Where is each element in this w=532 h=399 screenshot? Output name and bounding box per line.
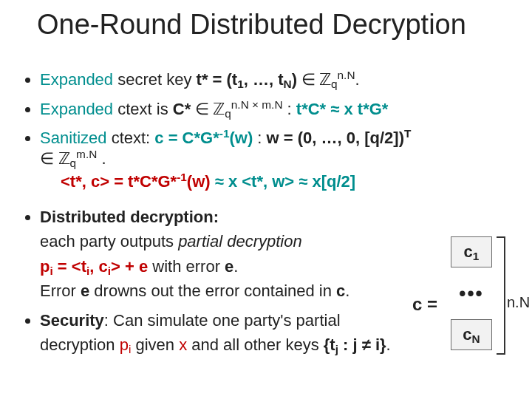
with-error: with error — [148, 257, 225, 276]
lead-word: Expanded — [40, 100, 113, 118]
in-symbol: ∈ — [297, 70, 319, 89]
sub-1: 1 — [237, 78, 244, 90]
p-i: pi — [120, 335, 132, 354]
dot: . — [97, 149, 106, 168]
relation: t*C* ≈ x t*G* — [296, 100, 389, 118]
w-def: w = (0, …, 0, [q/2])T — [267, 129, 412, 147]
eq-mid: = <t — [53, 257, 86, 276]
dot: . — [355, 70, 360, 89]
txt-i: partial decryption — [178, 232, 302, 250]
ip-sup: -1 — [177, 171, 187, 183]
in-symbol: ∈ — [40, 149, 58, 168]
derivation-line: <t*, c> = t*C*G*-1(w) ≈ x <t*, w> ≈ x[q/… — [61, 171, 429, 192]
text: secret key — [113, 70, 196, 89]
p: p — [120, 335, 129, 354]
x: x — [179, 335, 187, 354]
close-paren: ) — [292, 70, 297, 89]
err-c: c — [336, 282, 345, 300]
ring-z: ℤ — [58, 149, 70, 168]
ring-sub: q — [225, 106, 231, 119]
slide: One-Round Distributed Decryption Expande… — [0, 0, 532, 399]
sub-c: and all other keys — [187, 335, 324, 354]
ring-z: ℤ — [319, 70, 331, 89]
dd-title: Distributed decryption: — [40, 208, 219, 226]
ring-sup: n.N — [338, 69, 355, 81]
bullet-expanded-ctext: Expanded ctext is C* ∈ ℤqn.N × m.N : t*C… — [40, 99, 429, 120]
sub-b: given — [131, 335, 179, 354]
w-pre: w = (0, …, 0, [q/2]) — [267, 129, 404, 147]
ring-sup: n.N × m.N — [231, 98, 283, 110]
err-a: Error — [40, 282, 81, 300]
eq1-tail: (w) — [229, 129, 253, 147]
approx-chain: ≈ x <t*, w> ≈ x[q/2] — [211, 172, 356, 191]
inner-prod: <t*, c> = t*C*G*-1(w) — [61, 172, 211, 191]
bullet-sanitized: Sanitized ctext: c = C*G*-1(w) : w = (0,… — [40, 128, 429, 192]
ring-z: ℤ — [213, 100, 225, 118]
vector-diagram: c = c1 ••• cN n.N — [412, 236, 523, 384]
colon: : — [253, 129, 266, 147]
dot: . — [233, 257, 238, 276]
t-star: t* = (t — [197, 70, 238, 89]
sec-title: Security — [40, 311, 104, 330]
colon: : — [283, 100, 296, 118]
brace-right — [497, 236, 505, 355]
sec-sub: decryption pi given x and all other keys… — [40, 335, 429, 355]
w-sup: T — [404, 127, 411, 140]
eq1-sup: -1 — [219, 127, 230, 140]
err-dot: . — [345, 282, 349, 300]
c-equals-label: c = — [412, 294, 437, 315]
mid: , …, t — [244, 70, 284, 89]
slide-title: One-Round Distributed Decryption — [37, 9, 510, 41]
bullet-expanded-key: Expanded secret key t* = (t1, …, tN) ∈ ℤ… — [40, 69, 429, 90]
dd-sub1: each party outputs partial decryption — [40, 231, 429, 252]
ring-sup: m.N — [76, 147, 97, 160]
ip-a: <t*, c> = t*C*G* — [61, 172, 177, 191]
ip-tail: (w) — [187, 172, 211, 191]
text: ctext: — [107, 129, 155, 147]
c1-sub: 1 — [473, 250, 480, 262]
eq-mid2: , c — [89, 257, 107, 276]
err-e: e — [81, 282, 89, 300]
cN-sub: N — [472, 332, 480, 345]
bullet-security: Security: Can simulate one party's parti… — [40, 310, 429, 355]
sub-n: N — [284, 78, 292, 90]
lead-word: Expanded — [40, 70, 113, 89]
eq1: c = C*G* — [154, 129, 219, 147]
e: e — [225, 257, 233, 276]
lead-word: Sanitized — [40, 129, 107, 147]
p-eq: pi = <ti, ci> + e — [40, 257, 148, 276]
txt: each party outputs — [40, 232, 178, 250]
c1: c — [464, 242, 473, 261]
dd-eq: pi = <ti, ci> + e with error e. — [40, 256, 429, 277]
vec-dots: ••• — [451, 278, 492, 309]
vector-column: c1 ••• cN — [451, 236, 492, 361]
dimension-label: n.N — [507, 294, 530, 311]
ring-sub: q — [70, 156, 77, 168]
vec-box-c1: c1 — [451, 236, 492, 267]
key-def: t* = (t1, …, tN) — [197, 70, 297, 89]
bullet-list: Expanded secret key t* = (t1, …, tN) ∈ ℤ… — [22, 69, 429, 364]
dot: . — [386, 335, 391, 354]
set-open: {t — [324, 335, 335, 354]
vec-box-cN: cN — [451, 319, 492, 350]
sec-after: : Can simulate one party's partial — [104, 311, 341, 330]
p: p — [40, 257, 50, 276]
cN: c — [463, 325, 471, 344]
text: ctext is — [113, 100, 173, 118]
key-set: {tj : j ≠ i} — [324, 335, 386, 354]
dd-err: Error e drowns out the error contained i… — [40, 281, 429, 301]
set-mid: : j ≠ i} — [338, 335, 386, 354]
eq-tail: > + e — [111, 257, 148, 276]
c-eq: c = C*G*-1(w) — [154, 129, 253, 147]
sub-a: decryption — [40, 335, 120, 354]
err-b: drowns out the error contained in — [89, 282, 336, 300]
c-star: C* — [173, 100, 191, 118]
bullet-distributed: Distributed decryption: each party outpu… — [40, 207, 429, 301]
ring-sub: q — [331, 78, 338, 90]
in-symbol: ∈ — [191, 100, 213, 118]
